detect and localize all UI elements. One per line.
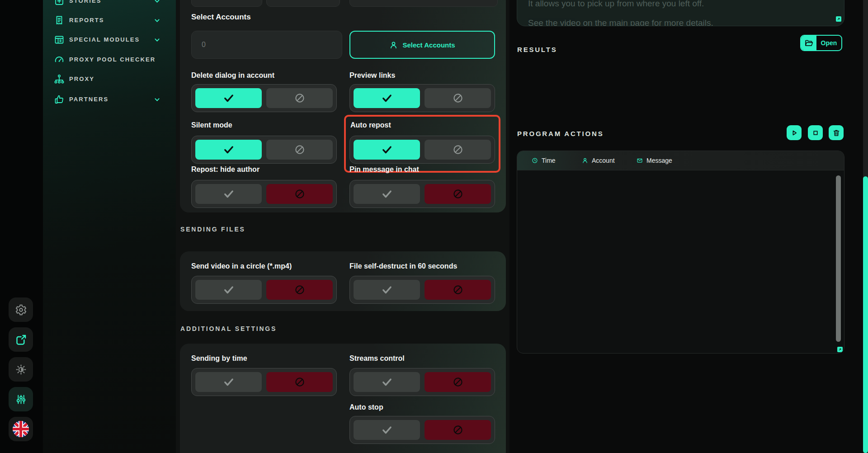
clipped-input-2[interactable]	[266, 0, 340, 7]
modules-grid-icon	[54, 34, 65, 45]
toggle-no-button[interactable]	[425, 420, 491, 440]
check-icon	[381, 284, 393, 296]
sidebar-item-stories[interactable]: STORIES	[43, 0, 176, 8]
sidebar-item-partners[interactable]: PARTNERS	[43, 93, 176, 106]
toggle-no-button[interactable]	[266, 88, 333, 108]
page-scrollbar-thumb[interactable]	[863, 176, 868, 453]
toggle-label: Streams control	[349, 354, 405, 363]
sidebar-item-proxy[interactable]: PROXY	[43, 72, 176, 86]
toggle-silent-mode	[191, 136, 337, 164]
check-icon	[223, 376, 235, 388]
column-label: Message	[646, 157, 672, 164]
ban-icon	[453, 144, 463, 155]
ban-icon	[453, 425, 463, 435]
sidebar-item-label: REPORTS	[69, 17, 104, 24]
toggle-no-button[interactable]	[266, 184, 333, 204]
toggle-auto-stop	[349, 416, 495, 444]
start-button[interactable]	[787, 125, 802, 140]
ban-icon	[294, 144, 305, 155]
receipt-icon	[54, 15, 65, 26]
thumbs-up-icon	[54, 94, 65, 105]
toggle-yes-button[interactable]	[195, 88, 262, 108]
toggle-yes-button[interactable]	[195, 140, 262, 160]
accounts-count-input[interactable]	[191, 31, 342, 59]
messaging-settings-card: Select Accounts Select Accounts Delete d…	[180, 0, 506, 212]
resize-handle[interactable]	[836, 16, 841, 22]
toggle-yes-button[interactable]	[354, 140, 420, 160]
toggle-yes-button[interactable]	[195, 372, 262, 392]
clipped-input-3[interactable]	[349, 0, 498, 7]
toggle-yes-button[interactable]	[354, 420, 420, 440]
person-icon	[389, 41, 398, 49]
toggle-delete-dialog	[191, 84, 337, 112]
select-accounts-button[interactable]: Select Accounts	[349, 31, 495, 59]
sending-files-card: Send video in a circle (*.mp4) File self…	[180, 251, 506, 311]
sidebar-item-proxy-pool-checker[interactable]: PROXY POOL CHECKER	[43, 53, 176, 66]
toggle-no-button[interactable]	[425, 140, 491, 160]
sidebar-item-label: PROXY POOL CHECKER	[69, 56, 156, 63]
clipped-input-1[interactable]	[191, 0, 262, 7]
toggle-label: Repost: hide author	[191, 165, 259, 174]
external-link-icon	[15, 334, 27, 346]
sending-files-header: SENDING FILES	[180, 226, 245, 233]
toggle-yes-button[interactable]	[354, 280, 420, 300]
stop-button[interactable]	[808, 125, 823, 140]
ban-icon	[294, 189, 305, 199]
toggle-no-button[interactable]	[266, 280, 333, 300]
resize-handle[interactable]	[837, 347, 843, 352]
check-icon	[223, 188, 235, 200]
toggle-no-button[interactable]	[425, 88, 491, 108]
column-message: Message	[637, 151, 672, 170]
settings-button[interactable]	[9, 297, 33, 322]
toggle-yes-button[interactable]	[354, 184, 420, 204]
toggle-label: Silent mode	[191, 121, 232, 129]
clear-button[interactable]	[829, 125, 844, 140]
chevron-down-icon	[154, 17, 160, 24]
table-scrollbar-thumb[interactable]	[836, 175, 841, 342]
preferences-sliders-button[interactable]	[9, 387, 33, 411]
toggle-no-button[interactable]	[266, 140, 333, 160]
open-button-label: Open	[816, 36, 841, 50]
ban-icon	[453, 93, 463, 104]
sidebar-item-reports[interactable]: REPORTS	[43, 14, 176, 27]
sidebar-item-label: STORIES	[69, 0, 102, 4]
settings-column: Select Accounts Select Accounts Delete d…	[176, 0, 509, 453]
external-link-button[interactable]	[9, 327, 33, 352]
program-actions-header: PROGRAM ACTIONS	[517, 130, 604, 137]
toggle-no-button[interactable]	[425, 372, 491, 392]
check-icon	[381, 376, 393, 388]
toggle-no-button[interactable]	[425, 184, 491, 204]
open-results-button[interactable]: Open	[800, 35, 842, 51]
chevron-down-icon	[154, 0, 160, 5]
stop-icon	[811, 129, 820, 137]
sidebar-item-special-modules[interactable]: SPECIAL MODULES	[43, 33, 176, 47]
toggle-no-button[interactable]	[266, 372, 333, 392]
select-accounts-label: Select Accounts	[191, 13, 251, 22]
toggle-yes-button[interactable]	[354, 88, 420, 108]
play-icon	[790, 129, 798, 137]
toggle-label: Send video in a circle (*.mp4)	[191, 262, 292, 270]
toggle-label: Preview links	[349, 71, 395, 80]
toggle-send-video-circle	[191, 276, 337, 304]
sidebar-item-label: PARTNERS	[69, 96, 108, 103]
toggle-yes-button[interactable]	[354, 372, 420, 392]
envelope-icon	[637, 157, 643, 164]
check-icon	[381, 92, 393, 104]
toggle-sending-by-time	[191, 368, 337, 396]
toggle-pin-message	[349, 180, 495, 208]
toggle-label: File self-destruct in 60 seconds	[349, 262, 457, 270]
toggle-label: Delete dialog in account	[191, 71, 274, 80]
language-button[interactable]	[9, 417, 33, 441]
toggle-label: Sending by time	[191, 354, 247, 363]
program-actions-table: Time Account Message	[517, 151, 844, 354]
toggle-yes-button[interactable]	[195, 184, 262, 204]
check-icon	[223, 144, 235, 156]
toggle-yes-button[interactable]	[195, 280, 262, 300]
page-scrollbar	[863, 0, 868, 453]
sidebar: STORIES REPORTS SPECIAL MODULES PROXY PO…	[43, 0, 176, 453]
toggle-no-button[interactable]	[425, 280, 491, 300]
theme-brightness-button[interactable]	[9, 357, 33, 382]
toggle-repost-hide-author	[191, 180, 337, 208]
results-header: RESULTS	[517, 46, 557, 53]
check-icon	[223, 284, 235, 296]
